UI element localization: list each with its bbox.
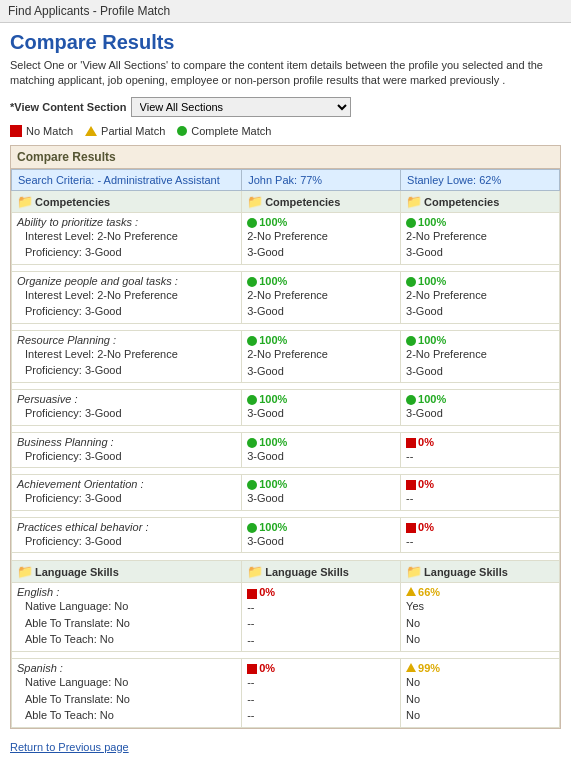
sub-criteria: Native Language: No bbox=[17, 598, 236, 615]
pct-value: 100% bbox=[259, 334, 287, 346]
no-match-label: No Match bbox=[26, 125, 73, 137]
match-value: 2-No Preference bbox=[406, 228, 554, 245]
green-dot-icon bbox=[247, 277, 257, 287]
green-dot-icon bbox=[247, 480, 257, 490]
col2-cell: 66% YesNoNo bbox=[401, 583, 560, 652]
col2-cell: 0% -- bbox=[401, 432, 560, 468]
col1-cell: 100% 2-No Preference3-Good bbox=[242, 271, 401, 323]
section-col1-cell: 📁Competencies bbox=[242, 190, 401, 212]
match-value: -- bbox=[247, 599, 395, 616]
spacer-cell bbox=[12, 264, 560, 271]
return-link[interactable]: Return to Previous page bbox=[10, 741, 561, 753]
browser-title-text: Find Applicants - Profile Match bbox=[8, 4, 170, 18]
red-square-icon bbox=[247, 664, 257, 674]
sub-criteria: Able To Teach: No bbox=[17, 707, 236, 724]
compare-results-header: Compare Results bbox=[11, 146, 560, 169]
table-row: Achievement Orientation :Proficiency: 3-… bbox=[12, 475, 560, 511]
criteria-name: Business Planning : bbox=[17, 436, 236, 448]
col2-cell: 100% 2-No Preference3-Good bbox=[401, 330, 560, 382]
view-section-select[interactable]: View All Sections bbox=[131, 97, 351, 117]
col1-pct: 100% bbox=[247, 478, 395, 490]
view-section-label: *View Content Section bbox=[10, 101, 127, 113]
table-row: Business Planning :Proficiency: 3-Good 1… bbox=[12, 432, 560, 468]
criteria-name: Spanish : bbox=[17, 662, 236, 674]
red-square-icon bbox=[247, 589, 257, 599]
complete-match-icon bbox=[177, 126, 187, 136]
spacer-cell bbox=[12, 652, 560, 659]
col2-pct: 66% bbox=[406, 586, 554, 598]
pct-value: 99% bbox=[418, 662, 440, 674]
green-dot-icon bbox=[406, 395, 416, 405]
col1-pct: 100% bbox=[247, 436, 395, 448]
table-row: Resource Planning :Interest Level: 2-No … bbox=[12, 330, 560, 382]
green-dot-icon bbox=[247, 523, 257, 533]
section-name-cell: 📁Language Skills bbox=[12, 561, 242, 583]
pct-value: 100% bbox=[259, 436, 287, 448]
match-value: -- bbox=[247, 632, 395, 649]
criteria-name: Ability to prioritize tasks : bbox=[17, 216, 236, 228]
criteria-cell: Spanish :Native Language: NoAble To Tran… bbox=[12, 659, 242, 728]
spacer-cell bbox=[12, 425, 560, 432]
pct-value: 66% bbox=[418, 586, 440, 598]
pct-value: 0% bbox=[418, 521, 434, 533]
green-dot-icon bbox=[406, 218, 416, 228]
sub-criteria: Able To Translate: No bbox=[17, 615, 236, 632]
match-value: 3-Good bbox=[406, 303, 554, 320]
legend-partial-match: Partial Match bbox=[85, 125, 165, 137]
match-value: -- bbox=[247, 674, 395, 691]
criteria-name: English : bbox=[17, 586, 236, 598]
page-description: Select One or 'View All Sections' to com… bbox=[10, 58, 561, 89]
pct-value: 100% bbox=[259, 275, 287, 287]
green-dot-icon bbox=[406, 336, 416, 346]
spacer-row bbox=[12, 383, 560, 390]
col-stanley: Stanley Lowe: 62% bbox=[401, 169, 560, 190]
folder-icon: 📁 bbox=[17, 194, 33, 209]
compare-table: Search Criteria: - Administrative Assist… bbox=[11, 169, 560, 728]
complete-match-label: Complete Match bbox=[191, 125, 271, 137]
sub-criteria: Interest Level: 2-No Preference bbox=[17, 287, 236, 304]
col1-pct: 100% bbox=[247, 216, 395, 228]
match-value: 2-No Preference bbox=[247, 228, 395, 245]
col1-cell: 100% 3-Good bbox=[242, 475, 401, 511]
match-value: No bbox=[406, 631, 554, 648]
col2-pct: 99% bbox=[406, 662, 554, 674]
partial-match-label: Partial Match bbox=[101, 125, 165, 137]
section-spacer-row bbox=[12, 553, 560, 561]
match-value: -- bbox=[247, 615, 395, 632]
section-header-row: 📁Competencies 📁Competencies 📁Competencie… bbox=[12, 190, 560, 212]
criteria-cell: Resource Planning :Interest Level: 2-No … bbox=[12, 330, 242, 382]
section-col2-cell: 📁Language Skills bbox=[401, 561, 560, 583]
match-value: 3-Good bbox=[247, 405, 395, 422]
col2-cell: 0% -- bbox=[401, 475, 560, 511]
page-title: Compare Results bbox=[10, 31, 561, 54]
pct-value: 100% bbox=[259, 216, 287, 228]
table-row: Organize people and goal tasks :Interest… bbox=[12, 271, 560, 323]
pct-value: 100% bbox=[418, 275, 446, 287]
spacer-cell bbox=[12, 468, 560, 475]
match-value: -- bbox=[247, 691, 395, 708]
pct-value: 100% bbox=[418, 334, 446, 346]
col2-pct: 0% bbox=[406, 436, 554, 448]
section-col1-cell: 📁Language Skills bbox=[242, 561, 401, 583]
col-john: John Pak: 77% bbox=[242, 169, 401, 190]
col1-pct: 100% bbox=[247, 275, 395, 287]
match-value: 3-Good bbox=[247, 448, 395, 465]
green-dot-icon bbox=[406, 277, 416, 287]
spacer-cell bbox=[12, 510, 560, 517]
criteria-cell: Practices ethical behavior :Proficiency:… bbox=[12, 517, 242, 553]
table-row: Ability to prioritize tasks :Interest Le… bbox=[12, 212, 560, 264]
folder-icon: 📁 bbox=[406, 564, 422, 579]
spacer-cell bbox=[12, 383, 560, 390]
col1-pct: 0% bbox=[247, 662, 395, 674]
view-section-row: *View Content Section View All Sections bbox=[10, 97, 561, 117]
match-value: 2-No Preference bbox=[247, 287, 395, 304]
spacer-row bbox=[12, 510, 560, 517]
criteria-cell: English :Native Language: NoAble To Tran… bbox=[12, 583, 242, 652]
col1-cell: 100% 2-No Preference3-Good bbox=[242, 212, 401, 264]
sub-criteria: Proficiency: 3-Good bbox=[17, 303, 236, 320]
criteria-cell: Persuasive :Proficiency: 3-Good bbox=[12, 390, 242, 426]
table-header-row: Search Criteria: - Administrative Assist… bbox=[12, 169, 560, 190]
sub-criteria: Proficiency: 3-Good bbox=[17, 490, 236, 507]
legend-complete-match: Complete Match bbox=[177, 125, 271, 137]
col2-pct: 0% bbox=[406, 521, 554, 533]
